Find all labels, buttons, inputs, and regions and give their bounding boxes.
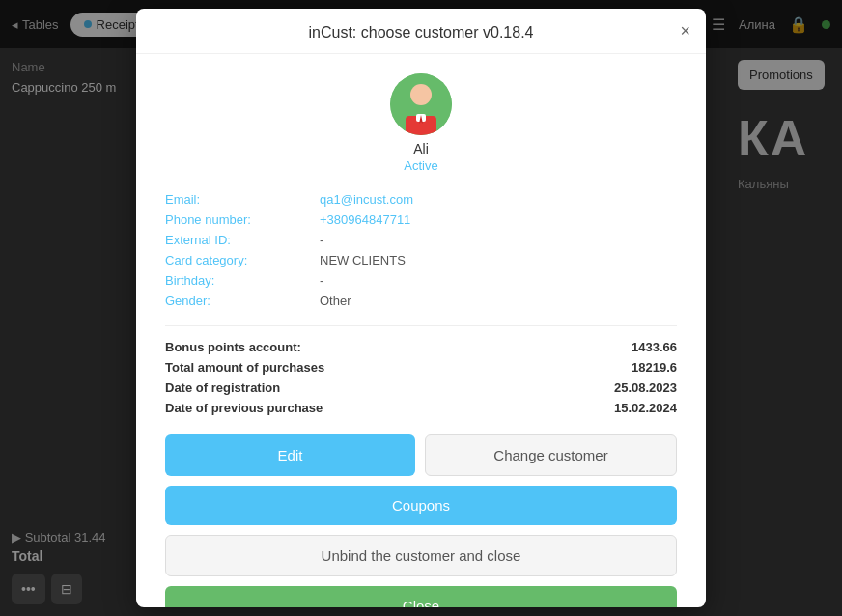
phone-label: Phone number: xyxy=(165,212,320,227)
avatar xyxy=(390,73,452,135)
gender-row: Gender: Other xyxy=(165,294,677,308)
modal-title: inCust: choose customer v0.18.4 xyxy=(308,24,533,41)
birthday-value: - xyxy=(320,273,323,288)
prev-purchase-row: Date of previous purchase 15.02.2024 xyxy=(165,401,677,415)
gender-value: Other xyxy=(320,294,351,308)
edit-button[interactable]: Edit xyxy=(165,434,415,476)
bonus-points-row: Bonus points account: 1433.66 xyxy=(165,340,677,354)
bonus-points-value: 1433.66 xyxy=(632,340,677,354)
total-purchases-value: 18219.6 xyxy=(632,360,677,375)
phone-value: +380964847711 xyxy=(320,212,410,227)
edit-change-row: Edit Change customer xyxy=(165,434,677,476)
email-value: qa1@incust.com xyxy=(320,192,413,207)
card-category-label: Card category: xyxy=(165,253,320,267)
customer-info-table: Email: qa1@incust.com Phone number: +380… xyxy=(165,192,677,308)
birthday-row: Birthday: - xyxy=(165,273,677,288)
svg-point-1 xyxy=(410,84,432,105)
avatar-name: Ali xyxy=(413,141,429,156)
prev-purchase-value: 15.02.2024 xyxy=(614,401,677,415)
external-id-label: External ID: xyxy=(165,233,320,247)
total-purchases-label: Total amount of purchases xyxy=(165,360,324,375)
card-category-row: Card category: NEW CLIENTS xyxy=(165,253,677,267)
email-label: Email: xyxy=(165,192,320,207)
phone-row: Phone number: +380964847711 xyxy=(165,212,677,227)
coupons-button[interactable]: Coupons xyxy=(165,486,677,525)
email-row: Email: qa1@incust.com xyxy=(165,192,677,207)
stats-table: Bonus points account: 1433.66 Total amou… xyxy=(165,325,677,415)
modal-close-button[interactable]: × xyxy=(680,21,690,42)
gender-label: Gender: xyxy=(165,294,320,308)
change-customer-button[interactable]: Change customer xyxy=(425,434,677,476)
total-purchases-row: Total amount of purchases 18219.6 xyxy=(165,360,677,375)
avatar-status: Active xyxy=(404,158,437,173)
modal-header: inCust: choose customer v0.18.4 × xyxy=(136,9,706,54)
modal-body: Ali Active Email: qa1@incust.com Phone n… xyxy=(136,54,706,607)
external-id-row: External ID: - xyxy=(165,233,677,247)
prev-purchase-label: Date of previous purchase xyxy=(165,401,323,415)
unbind-customer-button[interactable]: Unbind the customer and close xyxy=(165,535,677,576)
birthday-label: Birthday: xyxy=(165,273,320,288)
card-category-value: NEW CLIENTS xyxy=(320,253,406,267)
choose-customer-modal: inCust: choose customer v0.18.4 × Ali xyxy=(136,9,706,607)
avatar-svg xyxy=(390,73,452,135)
external-id-value: - xyxy=(320,233,323,247)
registration-date-value: 25.08.2023 xyxy=(614,380,677,395)
registration-date-row: Date of registration 25.08.2023 xyxy=(165,380,677,395)
bonus-points-label: Bonus points account: xyxy=(165,340,301,354)
registration-date-label: Date of registration xyxy=(165,380,280,395)
avatar-section: Ali Active xyxy=(165,73,677,173)
close-button[interactable]: Close xyxy=(165,586,677,607)
